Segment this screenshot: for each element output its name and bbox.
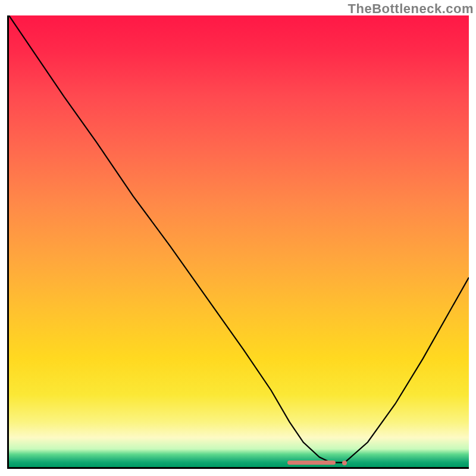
watermark: TheBottleneck.com bbox=[348, 1, 474, 17]
plot-area bbox=[7, 15, 469, 469]
chart-container: TheBottleneck.com bbox=[0, 0, 476, 476]
bottleneck-curve bbox=[9, 15, 469, 462]
curve-overlay bbox=[9, 15, 469, 467]
optimal-range-marker bbox=[287, 461, 336, 465]
